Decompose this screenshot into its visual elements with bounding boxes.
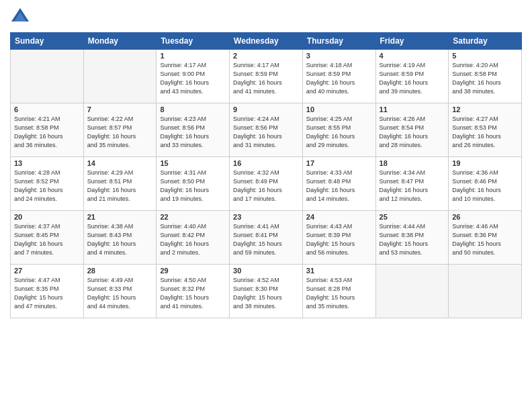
- day-info: Sunrise: 4:25 AMSunset: 8:55 PMDaylight:…: [306, 115, 372, 150]
- day-cell: 30Sunrise: 4:52 AMSunset: 8:30 PMDayligh…: [230, 265, 303, 318]
- day-number: 25: [380, 213, 445, 221]
- day-info: Sunrise: 4:17 AMSunset: 9:00 PMDaylight:…: [160, 61, 226, 96]
- day-cell: 8Sunrise: 4:23 AMSunset: 8:56 PMDaylight…: [157, 103, 230, 157]
- day-number: 24: [306, 213, 372, 221]
- day-info: Sunrise: 4:20 AMSunset: 8:58 PMDaylight:…: [452, 61, 518, 96]
- day-number: 6: [14, 105, 80, 113]
- week-row-5: 27Sunrise: 4:47 AMSunset: 8:35 PMDayligh…: [11, 265, 522, 318]
- day-number: 10: [306, 105, 372, 113]
- day-cell: 9Sunrise: 4:24 AMSunset: 8:56 PMDaylight…: [230, 103, 303, 157]
- day-number: 12: [452, 105, 518, 113]
- day-info: Sunrise: 4:19 AMSunset: 8:59 PMDaylight:…: [380, 61, 445, 96]
- day-cell: 22Sunrise: 4:40 AMSunset: 8:42 PMDayligh…: [157, 211, 230, 265]
- week-row-3: 13Sunrise: 4:28 AMSunset: 8:52 PMDayligh…: [11, 157, 522, 211]
- day-number: 26: [452, 213, 518, 221]
- day-cell: 16Sunrise: 4:32 AMSunset: 8:49 PMDayligh…: [230, 157, 303, 211]
- day-cell: 26Sunrise: 4:46 AMSunset: 8:36 PMDayligh…: [449, 211, 522, 265]
- logo: [10, 7, 32, 27]
- day-info: Sunrise: 4:22 AMSunset: 8:57 PMDaylight:…: [87, 115, 153, 150]
- day-info: Sunrise: 4:21 AMSunset: 8:58 PMDaylight:…: [14, 115, 80, 150]
- day-cell: 10Sunrise: 4:25 AMSunset: 8:55 PMDayligh…: [302, 103, 375, 157]
- day-cell: 29Sunrise: 4:50 AMSunset: 8:32 PMDayligh…: [157, 265, 230, 318]
- day-number: 7: [87, 105, 153, 113]
- week-row-2: 6Sunrise: 4:21 AMSunset: 8:58 PMDaylight…: [11, 103, 522, 157]
- day-cell: 28Sunrise: 4:49 AMSunset: 8:33 PMDayligh…: [83, 265, 157, 318]
- day-info: Sunrise: 4:43 AMSunset: 8:39 PMDaylight:…: [306, 222, 372, 257]
- page: SundayMondayTuesdayWednesdayThursdayFrid…: [0, 0, 532, 411]
- day-info: Sunrise: 4:36 AMSunset: 8:46 PMDaylight:…: [452, 169, 518, 203]
- day-number: 3: [306, 52, 372, 60]
- day-cell: 11Sunrise: 4:26 AMSunset: 8:54 PMDayligh…: [375, 103, 449, 157]
- day-info: Sunrise: 4:24 AMSunset: 8:56 PMDaylight:…: [233, 115, 299, 150]
- day-number: 11: [380, 105, 445, 113]
- day-info: Sunrise: 4:53 AMSunset: 8:28 PMDaylight:…: [306, 276, 372, 311]
- day-info: Sunrise: 4:34 AMSunset: 8:47 PMDaylight:…: [380, 169, 445, 203]
- col-header-thursday: Thursday: [302, 33, 375, 50]
- day-info: Sunrise: 4:38 AMSunset: 8:43 PMDaylight:…: [87, 222, 153, 257]
- day-info: Sunrise: 4:47 AMSunset: 8:35 PMDaylight:…: [14, 276, 80, 311]
- day-cell: 18Sunrise: 4:34 AMSunset: 8:47 PMDayligh…: [375, 157, 449, 211]
- col-header-sunday: Sunday: [11, 33, 84, 50]
- day-number: 23: [233, 213, 299, 221]
- week-row-1: 1Sunrise: 4:17 AMSunset: 9:00 PMDaylight…: [11, 50, 522, 103]
- day-cell: 7Sunrise: 4:22 AMSunset: 8:57 PMDaylight…: [83, 103, 157, 157]
- day-cell: 21Sunrise: 4:38 AMSunset: 8:43 PMDayligh…: [83, 211, 157, 265]
- calendar: SundayMondayTuesdayWednesdayThursdayFrid…: [10, 32, 522, 318]
- day-cell: 14Sunrise: 4:29 AMSunset: 8:51 PMDayligh…: [83, 157, 157, 211]
- day-number: 17: [306, 159, 372, 167]
- day-number: 29: [160, 267, 226, 275]
- day-cell: 19Sunrise: 4:36 AMSunset: 8:46 PMDayligh…: [449, 157, 522, 211]
- day-info: Sunrise: 4:46 AMSunset: 8:36 PMDaylight:…: [452, 222, 518, 257]
- day-info: Sunrise: 4:41 AMSunset: 8:41 PMDaylight:…: [233, 222, 299, 257]
- col-header-tuesday: Tuesday: [157, 33, 230, 50]
- week-row-4: 20Sunrise: 4:37 AMSunset: 8:45 PMDayligh…: [11, 211, 522, 265]
- day-cell: 25Sunrise: 4:44 AMSunset: 8:38 PMDayligh…: [375, 211, 449, 265]
- day-info: Sunrise: 4:44 AMSunset: 8:38 PMDaylight:…: [380, 222, 445, 257]
- day-info: Sunrise: 4:52 AMSunset: 8:30 PMDaylight:…: [233, 276, 299, 311]
- day-number: 14: [87, 159, 153, 167]
- day-cell: 1Sunrise: 4:17 AMSunset: 9:00 PMDaylight…: [157, 50, 230, 103]
- header: [10, 7, 522, 27]
- day-number: 5: [452, 52, 518, 60]
- day-cell: 4Sunrise: 4:19 AMSunset: 8:59 PMDaylight…: [375, 50, 449, 103]
- day-cell: 31Sunrise: 4:53 AMSunset: 8:28 PMDayligh…: [302, 265, 375, 318]
- day-cell: [449, 265, 522, 318]
- day-info: Sunrise: 4:27 AMSunset: 8:53 PMDaylight:…: [452, 115, 518, 150]
- header-row: SundayMondayTuesdayWednesdayThursdayFrid…: [11, 33, 522, 50]
- day-number: 27: [14, 267, 80, 275]
- day-info: Sunrise: 4:26 AMSunset: 8:54 PMDaylight:…: [380, 115, 445, 150]
- day-number: 30: [233, 267, 299, 275]
- day-cell: 5Sunrise: 4:20 AMSunset: 8:58 PMDaylight…: [449, 50, 522, 103]
- day-info: Sunrise: 4:40 AMSunset: 8:42 PMDaylight:…: [160, 222, 226, 257]
- day-info: Sunrise: 4:50 AMSunset: 8:32 PMDaylight:…: [160, 276, 226, 311]
- day-info: Sunrise: 4:17 AMSunset: 8:59 PMDaylight:…: [233, 61, 299, 96]
- day-cell: 24Sunrise: 4:43 AMSunset: 8:39 PMDayligh…: [302, 211, 375, 265]
- day-number: 22: [160, 213, 226, 221]
- col-header-saturday: Saturday: [449, 33, 522, 50]
- day-cell: 6Sunrise: 4:21 AMSunset: 8:58 PMDaylight…: [11, 103, 84, 157]
- day-info: Sunrise: 4:31 AMSunset: 8:50 PMDaylight:…: [160, 169, 226, 203]
- day-number: 1: [160, 52, 226, 60]
- day-cell: [11, 50, 84, 103]
- logo-icon: [10, 7, 30, 27]
- col-header-friday: Friday: [375, 33, 449, 50]
- day-number: 31: [306, 267, 372, 275]
- day-number: 15: [160, 159, 226, 167]
- day-number: 19: [452, 159, 518, 167]
- day-info: Sunrise: 4:33 AMSunset: 8:48 PMDaylight:…: [306, 169, 372, 203]
- day-info: Sunrise: 4:49 AMSunset: 8:33 PMDaylight:…: [87, 276, 153, 311]
- day-number: 21: [87, 213, 153, 221]
- day-number: 16: [233, 159, 299, 167]
- day-cell: 12Sunrise: 4:27 AMSunset: 8:53 PMDayligh…: [449, 103, 522, 157]
- day-number: 8: [160, 105, 226, 113]
- day-cell: 15Sunrise: 4:31 AMSunset: 8:50 PMDayligh…: [157, 157, 230, 211]
- day-cell: 20Sunrise: 4:37 AMSunset: 8:45 PMDayligh…: [11, 211, 84, 265]
- day-number: 2: [233, 52, 299, 60]
- day-number: 28: [87, 267, 153, 275]
- day-cell: [375, 265, 449, 318]
- day-info: Sunrise: 4:23 AMSunset: 8:56 PMDaylight:…: [160, 115, 226, 150]
- day-cell: 3Sunrise: 4:18 AMSunset: 8:59 PMDaylight…: [302, 50, 375, 103]
- day-cell: 27Sunrise: 4:47 AMSunset: 8:35 PMDayligh…: [11, 265, 84, 318]
- day-cell: 23Sunrise: 4:41 AMSunset: 8:41 PMDayligh…: [230, 211, 303, 265]
- col-header-wednesday: Wednesday: [230, 33, 303, 50]
